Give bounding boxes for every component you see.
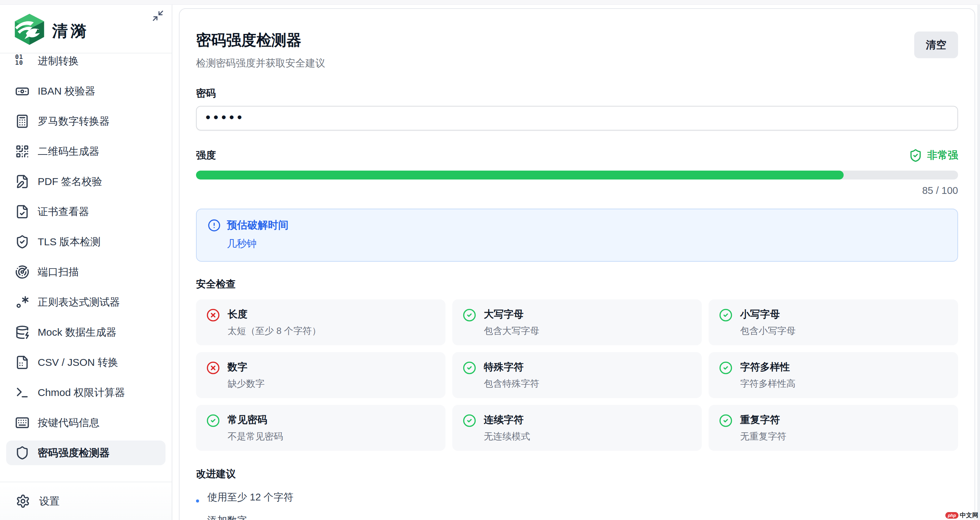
sidebar-item-file-pen[interactable]: PDF 签名校验	[6, 169, 165, 194]
suggestion-item: 添加数字	[196, 514, 958, 520]
password-strength-panel: 密码强度检测器 检测密码强度并获取安全建议 清空 密码 强度 非常强 85 / …	[179, 8, 975, 520]
security-check-card: 重复字符 无重复字符	[709, 405, 958, 451]
php-badge-icon: php	[945, 512, 958, 518]
check-desc: 缺少数字	[228, 377, 264, 390]
minimize-icon	[152, 10, 164, 22]
security-checks-grid: 长度 太短（至少 8 个字符） 大写字母 包含大写字母 小写字母 包含小写字母 …	[196, 299, 958, 451]
security-check-card: 小写字母 包含小写字母	[709, 299, 958, 345]
circle-x-icon	[206, 308, 220, 322]
file-grid-icon	[15, 355, 29, 370]
security-check-card: 特殊字符 包含特殊字符	[452, 352, 702, 398]
bullet-dot-icon	[196, 499, 199, 503]
sidebar-item-file-grid[interactable]: CSV / JSON 转换	[6, 350, 165, 375]
window-top-edge	[0, 0, 980, 5]
check-title: 常见密码	[228, 413, 283, 427]
sidebar-item-shield-check[interactable]: TLS 版本检测	[6, 229, 165, 254]
strength-badge: 非常强	[909, 148, 958, 162]
check-desc: 字符多样性高	[740, 377, 795, 390]
clear-button[interactable]: 清空	[914, 32, 958, 58]
strength-progress-fill	[196, 170, 844, 180]
scrollbar-gutter[interactable]	[977, 5, 980, 520]
keyboard-icon	[15, 415, 29, 430]
sidebar-item-settings[interactable]: 设置	[0, 482, 172, 520]
page-subtitle: 检测密码强度并获取安全建议	[196, 57, 325, 70]
suggestions-heading: 改进建议	[196, 467, 958, 481]
database-zap-icon	[15, 325, 29, 339]
circle-check-icon	[206, 414, 220, 428]
sidebar-item-radar[interactable]: 端口扫描	[6, 260, 165, 284]
check-desc: 太短（至少 8 个字符）	[228, 325, 321, 337]
regex-icon	[15, 295, 29, 309]
check-title: 大写字母	[484, 308, 539, 321]
check-title: 字符多样性	[740, 360, 795, 374]
check-title: 重复字符	[740, 413, 786, 427]
sidebar-item-shield[interactable]: 密码强度检测器	[6, 440, 165, 465]
security-checks-heading: 安全检查	[196, 277, 958, 291]
brand-logo-icon	[12, 12, 46, 46]
check-title: 长度	[228, 308, 321, 321]
shield-icon	[15, 446, 29, 460]
circle-check-icon	[719, 308, 733, 322]
sidebar-item-regex[interactable]: 正则表达式测试器	[6, 290, 165, 315]
check-desc: 包含特殊字符	[484, 377, 539, 390]
circle-check-icon	[463, 308, 476, 322]
circle-alert-icon	[208, 219, 221, 232]
security-check-card: 连续字符 无连续模式	[452, 405, 702, 451]
suggestion-text: 添加数字	[207, 514, 247, 520]
sidebar-collapse-button[interactable]	[152, 10, 164, 22]
password-input[interactable]	[196, 106, 958, 130]
strength-label: 强度	[196, 149, 216, 162]
crack-time-info-box: 预估破解时间 几秒钟	[196, 208, 958, 262]
suggestions-list: 使用至少 12 个字符 添加数字	[196, 491, 958, 520]
strength-score: 85 / 100	[196, 185, 958, 196]
check-title: 特殊字符	[484, 360, 539, 374]
sidebar-item-database-zap[interactable]: Mock 数据生成器	[6, 320, 165, 345]
radar-icon	[15, 265, 29, 279]
sidebar-item-qr-code[interactable]: 二维码生成器	[6, 139, 165, 164]
check-desc: 不是常见密码	[228, 430, 283, 442]
suggestion-item: 使用至少 12 个字符	[196, 491, 958, 504]
circle-check-icon	[463, 414, 476, 428]
circle-x-icon	[206, 361, 220, 375]
check-desc: 无连续模式	[484, 430, 530, 442]
page-title: 密码强度检测器	[196, 30, 325, 50]
security-check-card: 大写字母 包含大写字母	[452, 299, 702, 345]
crack-time-value: 几秒钟	[227, 237, 947, 251]
security-check-card: 长度 太短（至少 8 个字符）	[196, 299, 445, 345]
security-check-card: 字符多样性 字符多样性高	[709, 352, 958, 398]
file-check-icon	[15, 205, 29, 219]
sidebar-item-keyboard[interactable]: 按键代码信息	[6, 410, 165, 435]
binary-icon: 0110	[15, 54, 29, 68]
check-title: 小写字母	[740, 308, 795, 321]
shield-check-icon	[15, 235, 29, 249]
sidebar-item-banknote[interactable]: IBAN 校验器	[6, 79, 165, 103]
circle-check-icon	[463, 361, 476, 375]
sidebar: 清漪 0110 进制转换 IBAN 校验器 罗马数字转换器 二维码生成器 PDF…	[0, 5, 172, 520]
calculator-icon	[15, 114, 29, 129]
suggestion-text: 使用至少 12 个字符	[207, 491, 293, 504]
sidebar-item-binary[interactable]: 0110 进制转换	[6, 54, 165, 73]
security-check-card: 数字 缺少数字	[196, 352, 445, 398]
terminal-icon	[15, 385, 29, 400]
sidebar-item-calculator[interactable]: 罗马数字转换器	[6, 109, 165, 134]
check-desc: 无重复字符	[740, 430, 786, 442]
crack-time-title: 预估破解时间	[227, 218, 288, 232]
check-title: 连续字符	[484, 413, 530, 427]
check-desc: 包含小写字母	[740, 325, 795, 337]
qr-code-icon	[15, 144, 29, 159]
security-check-card: 常见密码 不是常见密码	[196, 405, 445, 451]
circle-check-icon	[719, 361, 733, 375]
sidebar-nav: 0110 进制转换 IBAN 校验器 罗马数字转换器 二维码生成器 PDF 签名…	[0, 54, 172, 482]
sidebar-item-file-check[interactable]: 证书查看器	[6, 199, 165, 224]
sidebar-item-terminal[interactable]: Chmod 权限计算器	[6, 380, 165, 405]
circle-check-icon	[719, 414, 733, 428]
file-pen-icon	[15, 174, 29, 189]
watermark-text: 中文网	[960, 511, 978, 519]
brand-title: 清漪	[52, 21, 89, 42]
strength-badge-label: 非常强	[927, 148, 958, 162]
banknote-icon	[15, 84, 29, 98]
shield-check-icon	[909, 149, 923, 162]
check-title: 数字	[228, 360, 264, 374]
password-label: 密码	[196, 87, 958, 100]
sidebar-item-label: 设置	[39, 494, 60, 508]
